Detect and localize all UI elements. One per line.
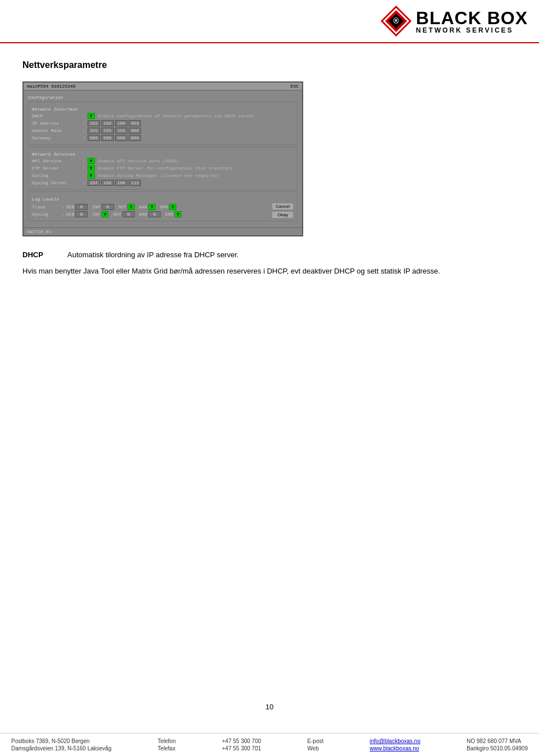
- api-desc: Enable API Service port (5555): [98, 158, 179, 163]
- terminal-bottom-bar: SWITCH_01: [24, 227, 302, 235]
- footer-org-line2: Bankgiro 5010.05.04909: [467, 745, 528, 752]
- footer-org-line1: NO 982 680 077 MVA: [467, 738, 528, 744]
- ss-oct3: 100: [115, 180, 127, 186]
- header: ® BLACK BOX NETWORK SERVICES: [0, 0, 539, 43]
- syslog-value: Y: [88, 172, 95, 179]
- api-value: Y: [88, 158, 95, 164]
- ip-row: IP Address : 192 168 100 099: [32, 120, 294, 126]
- dhcp-label: DHCP: [32, 113, 83, 119]
- logo-diamond-icon: ®: [381, 6, 412, 37]
- terminal-title-left: mainPC04 01012S349: [27, 84, 75, 89]
- ip-oct3: 100: [115, 120, 127, 126]
- syslog2-label: Syslog: [32, 212, 60, 217]
- subnet-label: Subnet Mask: [32, 128, 83, 133]
- trace-not: NOT Y: [118, 204, 136, 210]
- ftp-value: Y: [88, 165, 95, 171]
- syslog-not: NOT N: [113, 211, 135, 217]
- terminal-screenshot: mainPC04 01012S349 ESC Configuration Net…: [22, 81, 303, 236]
- logo-brand: BLACK BOX: [416, 9, 528, 27]
- footer-fax-value: +47 55 300 701: [222, 745, 261, 752]
- syslog2-row: Syslog : DEB N INF Y NOT: [32, 211, 270, 217]
- page-number: 10: [266, 703, 273, 711]
- footer-web-link[interactable]: www.blackboxas.no: [370, 745, 421, 752]
- terminal-body: Configuration Network Interface DHCP : Y…: [24, 90, 302, 225]
- ip-oct4: 099: [129, 120, 141, 126]
- footer-email-labels: E-post Web: [307, 738, 323, 752]
- dhcp-description-line: DHCP Automatisk tilordning av IP adresse…: [22, 251, 517, 259]
- page-title: Nettverksparametre: [22, 60, 517, 70]
- subnet-row: Subnet Mask : 255 255 255 000: [32, 127, 294, 134]
- footer-address-line1: Postboks 7369, N-5020 Bergen: [11, 738, 111, 744]
- footer-fax-label: Telefax: [158, 745, 176, 752]
- footer-phone-values: +47 55 300 700 +47 55 300 701: [222, 738, 261, 752]
- logo: ® BLACK BOX NETWORK SERVICES: [381, 6, 528, 37]
- terminal-buttons: Cancel Okay: [272, 203, 294, 218]
- ftp-label: FTP Server: [32, 166, 83, 171]
- main-content: Nettverksparametre mainPC04 01012S349 ES…: [0, 43, 539, 301]
- ip-label: IP Address: [32, 121, 83, 126]
- network-interface-label: Network Interface: [32, 107, 294, 112]
- java-note: Hvis man benytter Java Tool eller Matrix…: [22, 266, 517, 277]
- ftp-desc: Enable FTP Server for configuration file…: [98, 166, 233, 171]
- footer-address: Postboks 7369, N-5020 Bergen Damsgårdsve…: [11, 738, 111, 752]
- syslog-err: ERR Y: [165, 211, 182, 217]
- trace-war: WAR Y: [139, 204, 157, 210]
- footer-email-label: E-post: [307, 738, 323, 744]
- okay-button[interactable]: Okay: [272, 211, 294, 218]
- terminal-config-label: Configuration: [28, 95, 298, 100]
- footer-phone-value: +47 55 300 700: [222, 738, 261, 744]
- gateway-label: Gateway: [32, 135, 83, 140]
- subnet-oct2: 255: [101, 127, 113, 134]
- footer-email-link[interactable]: info@blackboxas.no: [370, 738, 421, 744]
- api-row: API Service : Y Enable API Service port …: [32, 158, 294, 164]
- trace-row: Trace : DEB N INF N NOT: [32, 204, 270, 210]
- subnet-oct4: 000: [129, 127, 141, 134]
- svg-text:®: ®: [393, 16, 399, 25]
- api-label: API Service: [32, 158, 83, 163]
- terminal-esc: ESC: [291, 84, 299, 89]
- logo-subtitle: NETWORK SERVICES: [416, 27, 528, 34]
- dhcp-term: DHCP: [22, 251, 56, 259]
- dhcp-row: DHCP : Y Enable configuration of network…: [32, 113, 294, 119]
- syslog-server-label: Syslog Server: [32, 180, 83, 185]
- terminal-titlebar: mainPC04 01012S349 ESC: [24, 83, 302, 90]
- syslog-inf: INF Y: [92, 211, 109, 217]
- ss-oct1: 192: [88, 180, 100, 186]
- syslog-server-row: Syslog Server : 192 168 100 111: [32, 180, 294, 186]
- trace-inf: INF N: [92, 204, 115, 210]
- syslog-deb: DEB N: [66, 211, 89, 217]
- gw-oct1: 000: [88, 135, 100, 141]
- footer-address-line2: Damsgårdsveien 139, N-5160 Laksevåg: [11, 745, 111, 752]
- dhcp-desc: Enable configuration of network paramete…: [98, 113, 254, 119]
- subnet-oct1: 255: [88, 127, 100, 134]
- gw-oct4: 000: [129, 135, 141, 141]
- trace-err: ERR Y: [160, 204, 177, 210]
- ss-oct2: 168: [101, 180, 113, 186]
- footer-web-values: info@blackboxas.no www.blackboxas.no: [370, 738, 421, 752]
- cancel-button[interactable]: Cancel: [272, 203, 294, 210]
- log-rows: Trace : DEB N INF N NOT: [32, 203, 270, 218]
- logo-text: BLACK BOX NETWORK SERVICES: [416, 9, 528, 34]
- ftp-row: FTP Server : Y Enable FTP Server for con…: [32, 165, 294, 171]
- footer-web-label: Web: [307, 745, 323, 752]
- subnet-oct3: 255: [115, 127, 127, 134]
- trace-label: Trace: [32, 204, 60, 210]
- syslog-war: WAR N: [139, 211, 162, 217]
- gw-oct2: 000: [101, 135, 113, 141]
- footer: Postboks 7369, N-5020 Bergen Damsgårdsve…: [0, 733, 539, 756]
- footer-org: NO 982 680 077 MVA Bankgiro 5010.05.0490…: [467, 738, 528, 752]
- dhcp-def: Automatisk tilordning av IP adresse fra …: [67, 251, 239, 259]
- ss-oct4: 111: [129, 180, 141, 186]
- dhcp-value: Y: [88, 113, 95, 119]
- log-section: Trace : DEB N INF N NOT: [32, 203, 294, 218]
- gateway-row: Gateway : 000 000 000 000: [32, 135, 294, 141]
- network-services-label: Network Services: [32, 152, 294, 157]
- footer-phone-label: Telefon: [158, 738, 176, 744]
- ip-oct1: 192: [88, 120, 100, 126]
- gw-oct3: 000: [115, 135, 127, 141]
- syslog-label: Syslog: [32, 173, 83, 178]
- trace-deb: DEB N: [66, 204, 89, 210]
- syslog-row: Syslog : Y Enable Syslog Messages (licen…: [32, 172, 294, 179]
- ip-oct2: 168: [101, 120, 113, 126]
- syslog-desc: Enable Syslog Messages (license key requ…: [98, 173, 220, 178]
